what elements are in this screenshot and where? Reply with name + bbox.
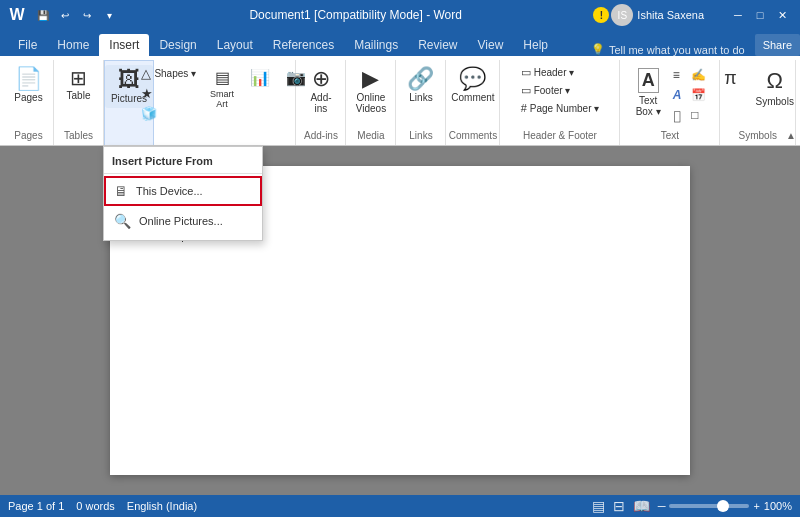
smartart-icon: ▤	[215, 68, 230, 87]
equation-icon: π	[724, 68, 736, 89]
redo-button[interactable]: ↪	[78, 6, 96, 24]
group-label-media: Media	[357, 128, 384, 143]
group-label-comments: Comments	[449, 128, 497, 143]
tab-file[interactable]: File	[8, 34, 47, 56]
tab-mailings[interactable]: Mailings	[344, 34, 408, 56]
ribbon-group-header-footer: ▭ Header ▾ ▭ Footer ▾ # Page Number ▾ He…	[500, 60, 620, 145]
signature-button[interactable]: ✍	[687, 66, 710, 84]
chart-button[interactable]: 📊	[244, 64, 276, 93]
pages-button[interactable]: 📄 Pages	[8, 64, 48, 107]
comment-icon: 💬	[459, 68, 486, 90]
online-pictures-item[interactable]: 🔍 Online Pictures...	[104, 206, 262, 236]
tab-design[interactable]: Design	[149, 34, 206, 56]
wordart-button[interactable]: A	[669, 86, 686, 104]
zoom-in-button[interactable]: +	[753, 500, 759, 512]
signature-icon: ✍	[691, 68, 706, 82]
links-icon: 🔗	[407, 68, 434, 90]
header-button[interactable]: ▭ Header ▾	[517, 64, 604, 81]
print-layout-button[interactable]: ▤	[592, 498, 605, 514]
group-label-tables: Tables	[64, 128, 93, 143]
this-device-item[interactable]: 🖥 This Device...	[104, 176, 262, 206]
ribbon-group-links: 🔗 Links Links	[396, 60, 446, 145]
tab-view[interactable]: View	[468, 34, 514, 56]
equation-button[interactable]: π	[716, 64, 746, 95]
language: English (India)	[127, 500, 197, 512]
3d-icon: 🧊	[141, 106, 157, 121]
online-videos-media-button[interactable]: ▶ OnlineVideos	[350, 64, 392, 118]
symbols-label: Symbols	[756, 96, 794, 107]
restore-button[interactable]: □	[750, 5, 770, 25]
icons-button[interactable]: ★	[137, 84, 200, 103]
undo-button[interactable]: ↩	[56, 6, 74, 24]
ribbon: 📄 Pages Pages ⊞ Table Tables 🖼 Pictures	[0, 56, 800, 146]
3d-models-button[interactable]: 🧊	[137, 104, 200, 123]
tab-review[interactable]: Review	[408, 34, 467, 56]
user-avatar: IS	[611, 4, 633, 26]
table-button[interactable]: ⊞ Table	[59, 64, 99, 105]
ribbon-group-addins: ⊕ Add-ins Add-ins	[296, 60, 346, 145]
chart-icon: 📊	[250, 68, 270, 87]
close-button[interactable]: ✕	[772, 5, 792, 25]
table-label: Table	[67, 90, 91, 101]
group-label-addins: Add-ins	[304, 128, 338, 143]
dropcap-button[interactable]: ⌷	[669, 106, 686, 126]
comment-button[interactable]: 💬 Comment	[445, 64, 500, 107]
this-device-icon: 🖥	[114, 183, 128, 199]
zoom-thumb	[717, 500, 729, 512]
datetime-button[interactable]: 📅	[687, 86, 710, 104]
links-label: Links	[409, 92, 432, 103]
group-label-pages: Pages	[14, 128, 42, 143]
page-number-button[interactable]: # Page Number ▾	[517, 100, 604, 116]
textbox-button[interactable]: A TextBox ▾	[630, 64, 667, 121]
symbols-icon: Ω	[767, 68, 783, 94]
zoom-track[interactable]	[669, 504, 749, 508]
dropdown-header: Insert Picture From	[104, 151, 262, 174]
object-button[interactable]: □	[687, 106, 710, 124]
warning-icon: !	[593, 7, 609, 23]
page-count: Page 1 of 1	[8, 500, 64, 512]
ribbon-tab-bar: File Home Insert Design Layout Reference…	[0, 30, 800, 56]
shapes-label: Shapes ▾	[154, 68, 196, 79]
pages-icon: 📄	[15, 68, 42, 90]
tab-help[interactable]: Help	[513, 34, 558, 56]
textbox-icon: A	[638, 68, 659, 93]
ribbon-group-tables: ⊞ Table Tables	[54, 60, 104, 145]
datetime-icon: 📅	[691, 88, 706, 102]
smartart-label: SmartArt	[210, 89, 234, 109]
quick-parts-button[interactable]: ≡	[669, 66, 686, 84]
ribbon-search[interactable]: 💡 Tell me what you want to do	[581, 43, 755, 56]
user-section[interactable]: IS Ishita Saxena	[611, 4, 704, 26]
page-number-label: Page Number ▾	[530, 103, 599, 114]
document-title: Document1 [Compatibility Mode] - Word	[118, 8, 593, 22]
tab-home[interactable]: Home	[47, 34, 99, 56]
addins-button[interactable]: ⊕ Add-ins	[301, 64, 341, 118]
group-label-text: Text	[661, 128, 679, 143]
video-label: OnlineVideos	[356, 92, 386, 114]
tab-references[interactable]: References	[263, 34, 344, 56]
object-icon: □	[691, 108, 698, 122]
collapse-ribbon-button[interactable]: ▲	[786, 130, 796, 141]
title-bar-left: W 💾 ↩ ↪ ▾	[8, 6, 118, 24]
online-videos-button[interactable]: ▤ SmartArt	[204, 64, 240, 113]
tab-layout[interactable]: Layout	[207, 34, 263, 56]
tab-insert[interactable]: Insert	[99, 34, 149, 56]
comment-label: Comment	[451, 92, 494, 103]
links-button[interactable]: 🔗 Links	[401, 64, 441, 107]
read-mode-button[interactable]: 📖	[633, 498, 650, 514]
minimize-button[interactable]: ─	[728, 5, 748, 25]
ribbon-group-pages: 📄 Pages Pages	[4, 60, 54, 145]
customize-qat-button[interactable]: ▾	[100, 6, 118, 24]
zoom-out-button[interactable]: ─	[658, 500, 666, 512]
symbols-button[interactable]: Ω Symbols	[750, 64, 800, 111]
web-layout-button[interactable]: ⊟	[613, 498, 625, 514]
shapes-button[interactable]: △ Shapes ▾	[137, 64, 200, 83]
dropcap-icon: ⌷	[673, 108, 681, 124]
share-button[interactable]: Share	[755, 34, 800, 56]
footer-button[interactable]: ▭ Footer ▾	[517, 82, 604, 99]
page-number-icon: #	[521, 102, 527, 114]
word-count: 0 words	[76, 500, 115, 512]
video-icon: ▶	[362, 68, 379, 90]
ribbon-group-media: ▶ OnlineVideos Media	[346, 60, 396, 145]
zoom-slider[interactable]: ─ + 100%	[658, 500, 792, 512]
save-button[interactable]: 💾	[34, 6, 52, 24]
